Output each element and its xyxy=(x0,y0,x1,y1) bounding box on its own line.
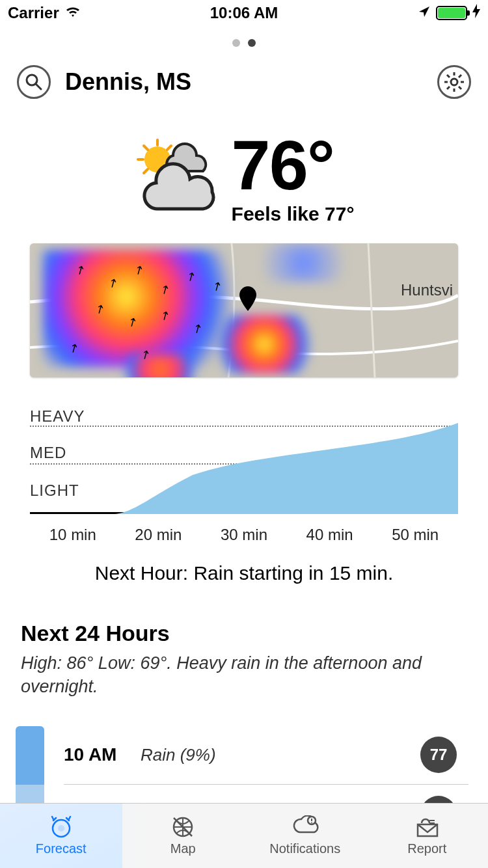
tab-bar: Forecast Map Notifications Report xyxy=(0,803,488,868)
envelope-cloud-icon xyxy=(413,815,441,839)
chart-x-ticks: 10 min 20 min 30 min 40 min 50 min xyxy=(0,526,488,544)
battery-icon xyxy=(436,6,467,20)
svg-line-16 xyxy=(144,146,148,150)
next-hour-summary: Next Hour: Rain starting in 15 min. xyxy=(0,562,488,584)
wifi-icon xyxy=(64,4,81,22)
tab-notifications[interactable]: Notifications xyxy=(244,804,366,868)
settings-button[interactable] xyxy=(437,65,471,99)
page-dot-active[interactable] xyxy=(248,39,256,47)
svg-line-7 xyxy=(447,75,450,77)
page-dot[interactable] xyxy=(232,39,240,47)
svg-line-18 xyxy=(144,169,148,173)
xtick: 10 min xyxy=(49,526,96,544)
page-dots[interactable] xyxy=(0,39,488,47)
tab-label: Notifications xyxy=(269,841,340,856)
status-bar: Carrier 10:06 AM xyxy=(0,0,488,26)
intensity-seg xyxy=(16,726,44,785)
location-services-icon xyxy=(418,4,431,22)
xtick: 30 min xyxy=(221,526,267,544)
gear-icon xyxy=(444,72,465,92)
forecast-icon xyxy=(48,815,74,839)
radar-city-label: Huntsvi xyxy=(401,281,453,299)
svg-point-2 xyxy=(451,79,457,85)
svg-line-9 xyxy=(447,87,450,89)
cloud-alert-icon xyxy=(291,815,319,839)
hour-time: 10 AM xyxy=(64,744,129,765)
svg-line-17 xyxy=(167,146,171,150)
xtick: 50 min xyxy=(392,526,439,544)
precip-chart: HEAVY MED LIGHT xyxy=(30,410,458,514)
search-icon xyxy=(25,73,43,91)
hour-temp-badge: 77 xyxy=(420,737,457,773)
tab-map[interactable]: Map xyxy=(122,804,245,868)
svg-line-8 xyxy=(459,87,461,89)
tab-label: Report xyxy=(407,841,446,856)
location-name[interactable]: Dennis, MS xyxy=(65,68,191,96)
tab-report[interactable]: Report xyxy=(366,804,489,868)
svg-point-27 xyxy=(311,822,312,824)
tab-forecast[interactable]: Forecast xyxy=(0,804,122,868)
current-weather: 76° Feels like 77° xyxy=(0,130,488,225)
xtick: 40 min xyxy=(306,526,353,544)
svg-point-22 xyxy=(58,825,64,832)
svg-line-1 xyxy=(36,84,41,89)
charging-icon xyxy=(472,4,480,22)
search-button[interactable] xyxy=(17,65,51,99)
status-time: 10:06 AM xyxy=(210,4,278,22)
next-24-section: Next 24 Hours High: 86° Low: 69°. Heavy … xyxy=(0,584,488,699)
location-header: Dennis, MS xyxy=(0,47,488,105)
carrier-label: Carrier xyxy=(8,4,59,22)
xtick: 20 min xyxy=(135,526,182,544)
hourly-row[interactable]: 10 AM Rain (9%) 77 xyxy=(64,726,468,785)
current-temp: 76° xyxy=(232,130,355,200)
feels-like: Feels like 77° xyxy=(232,203,355,225)
next-24-summary: High: 86° Low: 69°. Heavy rain in the af… xyxy=(21,651,467,699)
tab-label: Map xyxy=(170,841,196,856)
partly-cloudy-icon xyxy=(134,137,225,218)
svg-line-10 xyxy=(459,75,461,77)
globe-icon xyxy=(170,815,196,839)
tab-label: Forecast xyxy=(36,841,87,856)
hour-condition: Rain (9%) xyxy=(141,745,409,765)
next-24-title: Next 24 Hours xyxy=(21,621,467,646)
radar-map[interactable]: ↗ ↗ ↗ ↗ ↗ ↗ ↗ ↗ ↗ ↗ ↗ ↗ Huntsvi xyxy=(30,243,458,377)
location-pin-icon xyxy=(239,286,256,314)
